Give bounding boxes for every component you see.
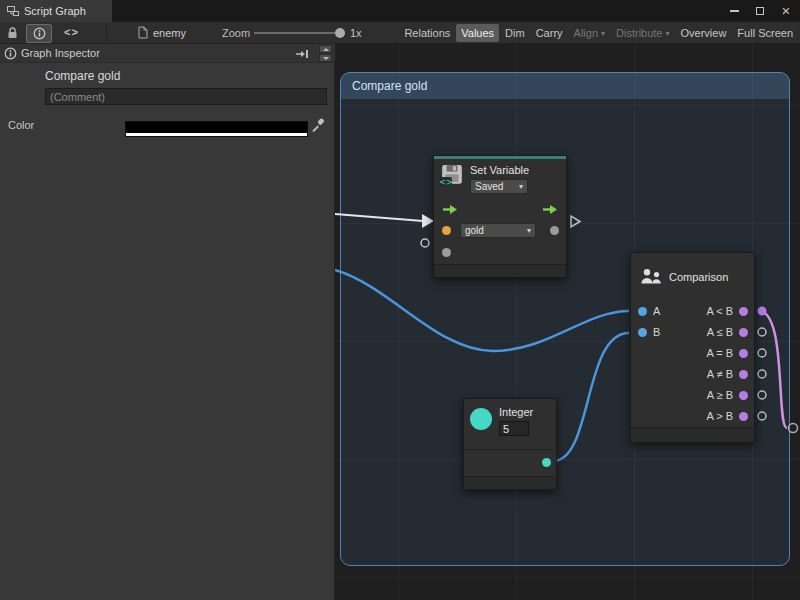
code-view-icon[interactable]: <> (64, 26, 79, 38)
window-controls: × (728, 0, 792, 22)
comparison-row: A ≥ B (631, 385, 754, 406)
variable-kind-dropdown[interactable]: Saved ▾ (470, 179, 528, 194)
graph-toolbar: <> enemy Zoom 1x Relations Values Dim Ca… (0, 22, 800, 44)
script-graph-icon (7, 5, 19, 17)
node-set-variable[interactable]: <> Set Variable Saved ▾ gol (433, 155, 567, 278)
titlebar: Script Graph × (0, 0, 800, 22)
output-label: A = B (706, 347, 733, 359)
comparison-row: A A < B (631, 301, 754, 322)
dim-button[interactable]: Dim (500, 24, 530, 42)
svg-text:<>: <> (440, 177, 453, 187)
graph-inspector-title: Graph Inspector (21, 47, 100, 59)
graph-inspector-panel: Graph Inspector Compare gold Color (0, 44, 335, 600)
comparison-icon (639, 267, 663, 288)
align-dropdown-button[interactable]: Align▾ (569, 24, 610, 42)
lock-icon[interactable] (6, 26, 19, 40)
tab-script-graph[interactable]: Script Graph (0, 0, 112, 22)
output-label: A ≤ B (707, 326, 733, 338)
close-button[interactable]: × (780, 5, 792, 17)
eyedropper-icon[interactable] (311, 118, 325, 132)
zoom-slider[interactable] (254, 32, 340, 34)
info-icon (4, 47, 17, 60)
node-title: Set Variable (470, 164, 529, 176)
flow-port-row (434, 198, 566, 220)
integer-value-input[interactable] (499, 421, 529, 436)
output-port-a-eq-b[interactable] (739, 349, 748, 358)
alpha-bar (126, 133, 307, 136)
zoom-slider-handle[interactable] (335, 28, 345, 38)
align-label: Align (574, 27, 598, 39)
group-title: Compare gold (352, 79, 427, 93)
graph-asset-name: enemy (153, 27, 186, 39)
zoom-label: Zoom (222, 27, 250, 39)
relations-button[interactable]: Relations (399, 24, 455, 42)
full-screen-button[interactable]: Full Screen (732, 24, 798, 42)
maximize-icon (756, 7, 764, 15)
input-value-port[interactable] (442, 248, 451, 257)
output-port-a-ge-b[interactable] (739, 391, 748, 400)
integer-header: Integer (464, 399, 556, 449)
scroll-down-button[interactable] (319, 54, 332, 62)
values-button[interactable]: Values (456, 24, 499, 42)
panel-scroll-spinner (319, 45, 332, 63)
node-title: Comparison (669, 271, 728, 283)
color-swatch[interactable] (125, 121, 308, 137)
maximize-button[interactable] (754, 5, 766, 17)
chevron-down-icon: ▾ (601, 29, 605, 38)
overview-button[interactable]: Overview (676, 24, 732, 42)
integer-output-port[interactable] (542, 458, 551, 467)
integer-output-row (464, 449, 556, 476)
node-comparison[interactable]: Comparison A A < B B A ≤ B A = B A ≠ B A… (630, 252, 755, 443)
input-label-a: A (653, 305, 660, 317)
node-footer (434, 264, 566, 277)
variable-port-row: gold ▾ (434, 220, 566, 242)
distribute-dropdown-button[interactable]: Distribute▾ (611, 24, 674, 42)
node-title: Integer (499, 406, 533, 418)
tab-label: Script Graph (24, 5, 86, 17)
chevron-down-icon: ▾ (527, 226, 531, 235)
minimize-icon (730, 10, 739, 12)
variable-port-icon[interactable] (442, 226, 451, 235)
output-port-a-le-b[interactable] (739, 328, 748, 337)
input-port-a[interactable] (638, 307, 647, 316)
carry-button[interactable]: Carry (531, 24, 568, 42)
output-port-a-ne-b[interactable] (739, 370, 748, 379)
toolbar-buttons: Relations Values Dim Carry Align▾ Distri… (399, 22, 798, 44)
comparison-row: B A ≤ B (631, 322, 754, 343)
comparison-row: A = B (631, 343, 754, 364)
variable-name-value: gold (465, 225, 484, 236)
distribute-label: Distribute (616, 27, 662, 39)
output-port-a-lt-b[interactable] (739, 307, 748, 316)
set-variable-header: <> Set Variable Saved ▾ (434, 159, 566, 198)
variable-name-dropdown[interactable]: gold ▾ (460, 223, 536, 238)
variable-kind-value: Saved (475, 181, 503, 192)
comparison-row: A ≠ B (631, 364, 754, 385)
group-header[interactable]: Compare gold (341, 73, 789, 99)
flow-out-arrow-icon[interactable] (542, 204, 558, 215)
dock-panel-icon[interactable] (295, 48, 309, 60)
zoom-value: 1x (350, 27, 362, 39)
color-label: Color (8, 119, 34, 131)
input-port-b[interactable] (638, 328, 647, 337)
input-label-b: B (653, 326, 660, 338)
chevron-down-icon: ▾ (519, 182, 523, 191)
info-icon (33, 27, 46, 40)
graph-asset-reference[interactable]: enemy (138, 26, 186, 39)
comparison-header: Comparison (631, 253, 754, 301)
flow-in-arrow-icon[interactable] (442, 204, 458, 215)
output-label: A ≠ B (707, 368, 733, 380)
output-port-a-gt-b[interactable] (739, 412, 748, 421)
graph-asset-icon (138, 26, 148, 39)
node-footer (464, 476, 556, 489)
integer-type-icon (470, 408, 492, 430)
node-integer[interactable]: Integer (463, 398, 557, 490)
comparison-row: A > B (631, 406, 754, 427)
output-value-port[interactable] (550, 226, 559, 235)
output-label: A < B (706, 305, 733, 317)
inspector-toggle-button[interactable] (26, 24, 52, 43)
graph-inspector-header: Graph Inspector (0, 44, 335, 63)
minimize-button[interactable] (728, 5, 740, 17)
comment-input[interactable] (45, 88, 327, 105)
graph-canvas[interactable]: Compare gold <> (335, 44, 800, 600)
scroll-up-button[interactable] (319, 45, 332, 53)
